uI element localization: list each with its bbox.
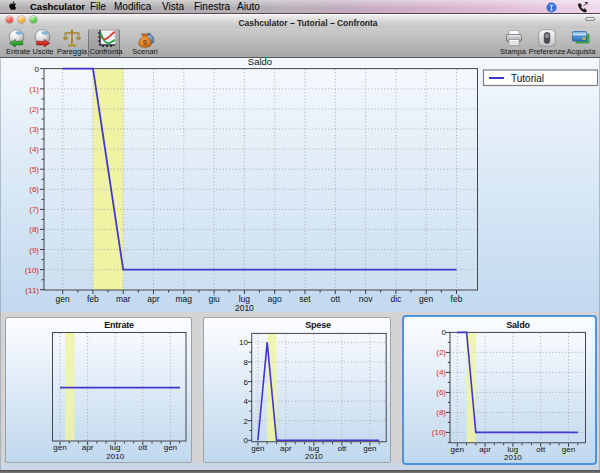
svg-text:gen: gen: [251, 444, 264, 453]
svg-text:gen: gen: [562, 445, 575, 454]
svg-text:mar: mar: [116, 294, 131, 304]
svg-text:8: 8: [244, 358, 249, 367]
svg-text:0: 0: [244, 436, 249, 445]
svg-text:mag: mag: [176, 294, 193, 304]
svg-text:apr: apr: [82, 443, 94, 452]
svg-text:apr: apr: [147, 294, 159, 304]
svg-text:0: 0: [35, 65, 40, 74]
svg-text:2010: 2010: [106, 452, 124, 461]
svg-text:(4): (4): [29, 145, 39, 154]
svg-text:apr: apr: [280, 444, 292, 453]
svg-text:ott: ott: [138, 443, 148, 452]
svg-text:gen: gen: [53, 443, 66, 452]
svg-text:ago: ago: [268, 294, 282, 304]
svg-text:0: 0: [442, 328, 447, 337]
svg-text:ott: ott: [331, 294, 341, 304]
svg-text:2010: 2010: [235, 303, 254, 312]
svg-text:4: 4: [244, 397, 249, 406]
svg-text:(9): (9): [29, 246, 39, 255]
svg-text:Saldo: Saldo: [248, 56, 272, 67]
svg-text:feb: feb: [451, 294, 463, 304]
svg-text:nov: nov: [359, 294, 373, 304]
svg-text:(3): (3): [29, 125, 39, 134]
svg-text:Spese: Spese: [305, 320, 331, 330]
svg-text:(4): (4): [436, 368, 446, 377]
svg-text:Entrate: Entrate: [104, 320, 134, 330]
svg-text:gen: gen: [451, 445, 464, 454]
svg-text:$: $: [143, 38, 148, 47]
svg-text:feb: feb: [87, 294, 99, 304]
svg-text:(7): (7): [29, 205, 39, 214]
svg-text:ott: ott: [337, 444, 347, 453]
svg-text:(2): (2): [436, 348, 446, 357]
svg-text:6: 6: [244, 378, 249, 387]
svg-text:(8): (8): [29, 225, 39, 234]
svg-text:gen: gen: [164, 443, 177, 452]
svg-text:(2): (2): [29, 105, 39, 114]
svg-text:(11): (11): [25, 286, 39, 295]
svg-text:gen: gen: [363, 444, 376, 453]
svg-text:2: 2: [244, 417, 249, 426]
svg-text:10: 10: [239, 338, 248, 347]
svg-text:(6): (6): [436, 388, 446, 397]
svg-text:Saldo: Saldo: [506, 320, 530, 330]
svg-text:apr: apr: [479, 445, 491, 454]
svg-text:(10): (10): [25, 266, 40, 275]
svg-text:gen: gen: [419, 294, 433, 304]
svg-text:(6): (6): [29, 185, 39, 194]
svg-text:(10): (10): [432, 428, 447, 437]
svg-text:2010: 2010: [504, 453, 522, 462]
svg-text:gen: gen: [56, 294, 70, 304]
svg-text:ott: ott: [536, 445, 546, 454]
svg-text:(5): (5): [29, 165, 39, 174]
svg-text:2010: 2010: [305, 452, 323, 461]
svg-text:(1): (1): [29, 85, 39, 94]
svg-text:(8): (8): [436, 408, 446, 417]
svg-text:giu: giu: [208, 294, 220, 304]
svg-text:set: set: [299, 294, 311, 304]
svg-text:dic: dic: [390, 294, 402, 304]
svg-text:Tutorial: Tutorial: [511, 73, 544, 84]
